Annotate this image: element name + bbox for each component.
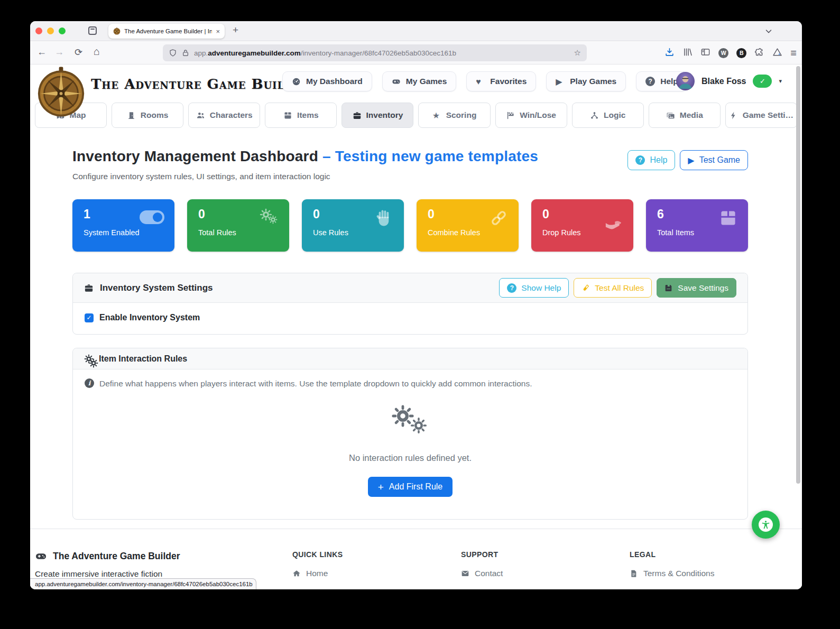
- brand-compass-logo[interactable]: [35, 66, 87, 119]
- help-button[interactable]: ? Help: [627, 150, 675, 170]
- sidebar-icon[interactable]: [700, 47, 710, 59]
- tab-favicon-compass-icon: [113, 27, 121, 35]
- tab-list-chevron-icon[interactable]: [764, 26, 773, 36]
- question-icon: ?: [507, 283, 516, 293]
- rules-panel-title: Item Interaction Rules: [99, 354, 187, 364]
- footer-link-terms[interactable]: Terms & Conditions: [630, 569, 798, 578]
- inventory-settings-panel: Inventory System Settings ? Show Help Te…: [72, 273, 748, 335]
- hand-holding-icon: [604, 211, 623, 231]
- downloads-icon[interactable]: [664, 47, 675, 59]
- page-title-suffix: – Testing new game templates: [322, 148, 538, 164]
- close-window-button[interactable]: [35, 27, 42, 34]
- footer-heading-support: SUPPORT: [461, 550, 630, 559]
- settings-panel-body: ✓ Enable Inventory System: [73, 303, 747, 334]
- url-text: app.adventuregamebuilder.com/inventory-m…: [194, 49, 456, 57]
- rules-panel-body: i Define what happens when players inter…: [73, 369, 747, 519]
- tab-close-icon[interactable]: ×: [216, 27, 220, 35]
- extensions-puzzle-icon[interactable]: [754, 47, 764, 59]
- stat-cards: 1 System Enabled 0 Total Rules 0: [72, 199, 748, 252]
- main-content: Inventory Management Dashboard – Testing…: [72, 64, 748, 520]
- plus-icon: +: [378, 482, 384, 492]
- back-icon[interactable]: ←: [37, 47, 47, 58]
- accessibility-fab[interactable]: [752, 511, 780, 539]
- play-icon: ▶: [688, 156, 694, 165]
- enable-inventory-checkbox[interactable]: ✓: [85, 313, 94, 322]
- add-first-rule-button[interactable]: + Add First Rule: [368, 477, 453, 497]
- footer-heading-legal: LEGAL: [630, 550, 798, 559]
- online-status-badge: ✓: [753, 75, 772, 88]
- page-subtitle: Configure inventory system rules, UI set…: [72, 172, 538, 181]
- rules-panel-header: Item Interaction Rules: [73, 348, 747, 369]
- screenshot-stage: The Adventure Game Builder | In × + ← → …: [0, 0, 840, 629]
- info-icon: i: [85, 378, 94, 388]
- rules-info-text: Define what happens when players interac…: [99, 378, 532, 388]
- stat-card-combine-rules: 0 Combine Rules: [417, 199, 519, 252]
- shield-icon[interactable]: [169, 49, 177, 57]
- stat-card-total-rules: 0 Total Rules: [187, 199, 289, 252]
- link-icon: [489, 208, 509, 228]
- reload-icon[interactable]: ⟳: [75, 47, 82, 58]
- menu-icon[interactable]: ≡: [790, 48, 797, 58]
- briefcase-icon: [84, 283, 94, 293]
- browser-window: The Adventure Game Builder | In × + ← → …: [30, 21, 802, 589]
- save-icon: [664, 284, 673, 292]
- enable-inventory-label[interactable]: Enable Inventory System: [99, 313, 200, 322]
- stat-card-system-enabled: 1 System Enabled: [72, 199, 174, 252]
- gears-icon: [260, 208, 279, 228]
- gears-icon: [391, 404, 429, 435]
- browser-titlebar: The Adventure Game Builder | In × +: [30, 21, 802, 41]
- envelope-icon: [461, 569, 469, 578]
- footer-heading-quick-links: QUICK LINKS: [292, 550, 461, 559]
- question-icon: ?: [635, 155, 645, 165]
- tab-title: The Adventure Game Builder | In: [124, 28, 212, 34]
- gamepad-icon: [35, 550, 47, 562]
- footer-tagline: Create immersive interactive fiction: [35, 569, 292, 579]
- document-icon: [630, 569, 638, 578]
- show-help-button[interactable]: ? Show Help: [499, 278, 569, 298]
- status-bar: app.adventuregamebuilder.com/inventory-m…: [30, 578, 256, 589]
- toggle-on-icon: [140, 210, 164, 224]
- hand-icon: [374, 208, 394, 228]
- caret-down-icon: ▾: [779, 78, 782, 85]
- toolbar-icons: W B ≡: [664, 44, 797, 61]
- footer-link-home[interactable]: Home: [292, 569, 461, 578]
- interaction-rules-panel: Item Interaction Rules i Define what hap…: [72, 348, 748, 520]
- url-bar[interactable]: app.adventuregamebuilder.com/inventory-m…: [163, 44, 587, 61]
- browser-navbar: ← → ⟳ ⌂ app.adventuregamebuilder.com/inv…: [30, 42, 802, 64]
- save-settings-button[interactable]: Save Settings: [657, 278, 736, 298]
- home-icon[interactable]: ⌂: [94, 45, 100, 58]
- footer-brand: The Adventure Game Builder: [35, 550, 292, 562]
- new-tab-icon[interactable]: +: [233, 24, 238, 36]
- page-title: Inventory Management Dashboard – Testing…: [72, 148, 538, 165]
- box-icon: [718, 208, 738, 228]
- footer-link-contact[interactable]: Contact: [461, 569, 630, 578]
- extension-w-icon[interactable]: W: [718, 48, 728, 58]
- gears-icon: [84, 354, 95, 364]
- axe-devtools-icon[interactable]: [772, 47, 782, 59]
- empty-state-text: No interaction rules defined yet.: [85, 453, 736, 463]
- empty-state: No interaction rules defined yet. + Add …: [85, 404, 736, 497]
- firefox-view-icon[interactable]: [88, 26, 97, 35]
- library-icon[interactable]: [682, 47, 693, 59]
- stat-card-use-rules: 0 Use Rules: [302, 199, 404, 252]
- lock-icon[interactable]: [181, 49, 190, 57]
- stat-card-drop-rules: 0 Drop Rules: [531, 199, 633, 252]
- settings-panel-header: Inventory System Settings ? Show Help Te…: [73, 273, 747, 303]
- test-tube-icon: [581, 284, 590, 292]
- extension-b-icon[interactable]: B: [736, 48, 746, 58]
- forward-icon[interactable]: →: [54, 47, 64, 58]
- browser-tab[interactable]: The Adventure Game Builder | In ×: [108, 24, 225, 39]
- accessibility-icon: [759, 517, 773, 532]
- bookmark-star-icon[interactable]: ☆: [574, 48, 581, 58]
- settings-panel-title: Inventory System Settings: [100, 283, 213, 293]
- test-game-button[interactable]: ▶ Test Game: [680, 150, 748, 170]
- scrollbar-thumb[interactable]: [796, 66, 800, 484]
- app-page: The Adventure Game Builder My Dashboard …: [30, 64, 802, 589]
- stat-card-total-items: 6 Total Items: [646, 199, 748, 252]
- zoom-window-button[interactable]: [59, 27, 66, 34]
- house-icon: [292, 569, 301, 578]
- traffic-lights: [35, 27, 66, 34]
- minimize-window-button[interactable]: [47, 27, 54, 34]
- test-all-rules-button[interactable]: Test All Rules: [574, 278, 652, 298]
